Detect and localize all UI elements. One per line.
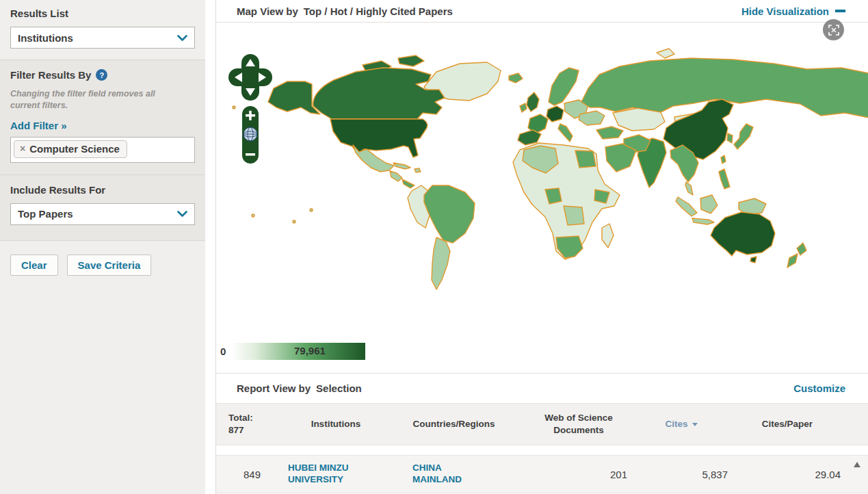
map-region[interactable]: [549, 68, 579, 105]
zoom-control[interactable]: [242, 106, 259, 164]
legend-gradient-bar: 79,961: [231, 343, 365, 360]
hide-visualization-link[interactable]: Hide Visualization: [741, 5, 845, 17]
globe-icon[interactable]: [244, 127, 257, 141]
save-criteria-button[interactable]: Save Criteria: [67, 255, 152, 276]
country-link[interactable]: CHINA MAINLAND: [412, 463, 471, 486]
pan-control[interactable]: [228, 54, 272, 101]
col-header-cites-paper[interactable]: Cites/Paper: [729, 418, 845, 430]
row-cites: 5,837: [633, 469, 729, 480]
map-region[interactable]: [721, 155, 726, 164]
include-results-heading: Include Results For: [10, 184, 195, 196]
map-region[interactable]: [692, 218, 714, 224]
map-region[interactable]: [330, 119, 428, 157]
map-region[interactable]: [518, 130, 541, 145]
legend-min: 0: [220, 346, 230, 357]
map-region[interactable]: [398, 55, 424, 66]
map-region[interactable]: [602, 224, 614, 248]
esi-app: Results List Institutions Filter Results…: [0, 0, 868, 494]
map-region[interactable]: [268, 81, 320, 114]
total-value: 877: [228, 425, 244, 435]
col-header-wos-documents[interactable]: Web of Science Documents: [524, 412, 633, 436]
map-region[interactable]: [719, 169, 730, 189]
map-region[interactable]: [252, 214, 254, 217]
filter-section: Filter Results By ? Changing the filter …: [0, 60, 205, 175]
institution-link[interactable]: HUBEI MINZU UNIVERSITY: [288, 463, 363, 486]
map-region[interactable]: [657, 49, 674, 58]
map-region[interactable]: [313, 68, 445, 119]
map-region[interactable]: [700, 195, 718, 213]
map-region[interactable]: [727, 133, 733, 143]
clear-button[interactable]: Clear: [10, 255, 58, 276]
include-results-section: Include Results For Top Papers: [0, 175, 205, 241]
col-header-countries[interactable]: Countries/Regions: [384, 418, 524, 430]
total-count: Total: 877: [216, 412, 288, 436]
map-legend: 0 79,961: [220, 343, 365, 360]
map-title-main: Top / Hot / Highly Cited Papers: [304, 5, 453, 17]
map-region[interactable]: [797, 243, 806, 255]
fullscreen-icon: [826, 23, 841, 38]
map-region[interactable]: [711, 212, 775, 256]
map-region[interactable]: [415, 168, 421, 172]
filter-sidebar: Results List Institutions Filter Results…: [0, 0, 205, 494]
criteria-actions: Clear Save Criteria: [0, 241, 205, 289]
map-region[interactable]: [432, 237, 450, 289]
map-controls: [228, 54, 272, 170]
map-region[interactable]: [310, 209, 313, 211]
map-region[interactable]: [605, 144, 636, 172]
map-region[interactable]: [509, 73, 523, 83]
map-region[interactable]: [527, 92, 539, 112]
add-filter-link[interactable]: Add Filter »: [10, 120, 67, 131]
map-region[interactable]: [547, 106, 564, 122]
map-region[interactable]: [787, 254, 798, 268]
help-icon[interactable]: ?: [96, 69, 107, 81]
row-cites-paper: 29.04: [729, 469, 845, 480]
report-header: Report View bySelection Customize: [216, 373, 868, 403]
map-region[interactable]: [596, 127, 623, 139]
results-list-section: Results List Institutions: [0, 0, 205, 60]
fullscreen-button[interactable]: [823, 19, 844, 40]
map-region[interactable]: [402, 179, 415, 188]
results-list-value: Institutions: [18, 32, 73, 44]
map-region[interactable]: [520, 103, 527, 112]
main-panel: Map View byTop / Hot / Highly Cited Pape…: [215, 0, 868, 494]
map-title-prefix: Map View by: [237, 5, 298, 17]
map-region[interactable]: [750, 257, 757, 263]
map-region[interactable]: [676, 197, 697, 216]
zoom-in-icon[interactable]: [249, 111, 252, 120]
map-region[interactable]: [293, 220, 295, 223]
results-list-heading: Results List: [10, 8, 195, 19]
map-region[interactable]: [564, 206, 584, 225]
filter-heading-label: Filter Results By: [10, 69, 91, 81]
world-map[interactable]: [219, 39, 868, 325]
hide-visualization-label: Hide Visualization: [741, 5, 829, 17]
chevron-down-icon: [177, 35, 187, 41]
map-region[interactable]: [613, 108, 665, 131]
filter-tags-box[interactable]: × Computer Science: [10, 137, 195, 163]
map-region[interactable]: [390, 171, 402, 181]
filter-heading: Filter Results By ?: [10, 69, 195, 81]
map-region[interactable]: [424, 185, 475, 243]
col-header-institutions[interactable]: Institutions: [288, 418, 384, 430]
report-view-title: Report View bySelection: [237, 382, 362, 394]
minimize-icon: [835, 10, 845, 12]
map-header: Map View byTop / Hot / Highly Cited Pape…: [216, 0, 868, 23]
report-title-main: Selection: [316, 382, 362, 394]
map-region[interactable]: [685, 182, 693, 195]
map-view-title: Map View byTop / Hot / Highly Cited Pape…: [237, 5, 453, 17]
scroll-up-arrow[interactable]: [854, 462, 860, 467]
row-institution-cell: HUBEI MINZU UNIVERSITY: [288, 463, 384, 486]
include-results-select[interactable]: Top Papers: [10, 203, 195, 225]
results-list-select[interactable]: Institutions: [10, 27, 195, 49]
map-region[interactable]: [734, 124, 753, 149]
map-region[interactable]: [393, 163, 410, 169]
row-country-cell: CHINA MAINLAND: [384, 463, 524, 486]
map-region[interactable]: [558, 124, 573, 142]
col-header-cites[interactable]: Cites: [633, 418, 729, 430]
map-region[interactable]: [575, 151, 596, 168]
customize-link[interactable]: Customize: [793, 382, 845, 394]
remove-filter-icon[interactable]: ×: [20, 143, 25, 154]
row-rank: 849: [216, 469, 288, 480]
zoom-out-icon[interactable]: [246, 153, 255, 156]
filter-tag[interactable]: × Computer Science: [14, 140, 127, 158]
filter-note: Changing the filter field removes all cu…: [10, 88, 171, 112]
